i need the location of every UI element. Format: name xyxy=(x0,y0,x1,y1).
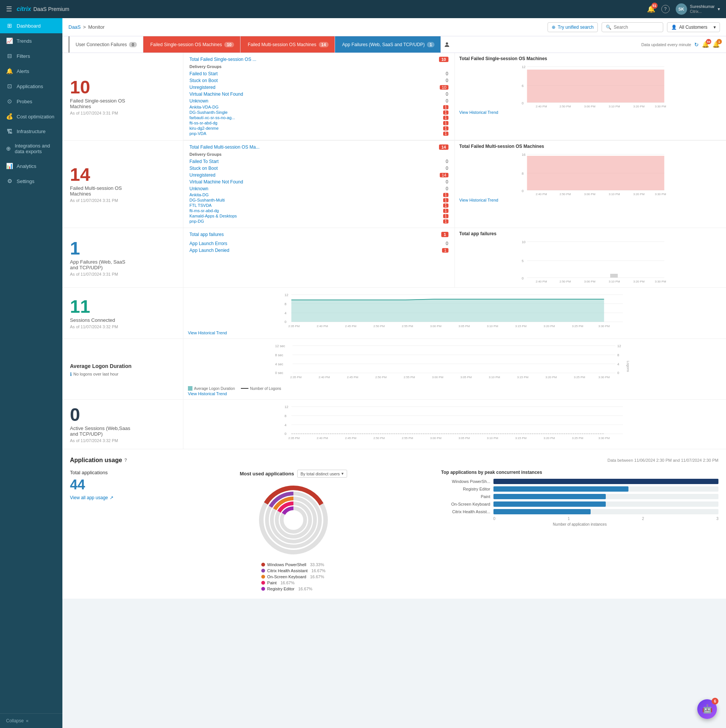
sidebar-item-analytics[interactable]: 📊Analytics xyxy=(0,158,62,174)
tab-multi-session[interactable]: Failed Multi-session OS Machines 14 xyxy=(240,36,335,53)
failed-multi-trend-link[interactable]: View Historical Trend xyxy=(459,198,498,202)
app-usage-title-text: Application usage xyxy=(70,457,122,464)
tab-multi-badge: 14 xyxy=(319,42,329,47)
sidebar-item-probes[interactable]: ⊙Probes xyxy=(0,94,62,109)
sidebar-item-alerts[interactable]: 🔔Alerts xyxy=(0,64,62,79)
failed-single-chart: Total Failed Single-session OS Machines … xyxy=(455,53,726,140)
sidebar-item-trends[interactable]: 📈Trends xyxy=(0,33,62,48)
status-tabs-bar: User Connection Failures 0 Failed Single… xyxy=(62,36,726,53)
svg-text:3:20 PM: 3:20 PM xyxy=(633,105,644,108)
list-item: Citrix Health Assist... xyxy=(441,509,719,514)
legend-item-registry: Registry Editor 16.67% xyxy=(261,587,326,591)
svg-text:3:20 PM: 3:20 PM xyxy=(544,324,555,328)
svg-text:3:10 PM: 3:10 PM xyxy=(487,324,498,328)
floating-widget[interactable]: 6 🤖 xyxy=(697,699,717,719)
view-app-link[interactable]: View all app usage ↗ xyxy=(70,495,146,500)
alert1-button[interactable]: 🔔 54 xyxy=(702,41,709,48)
svg-rect-8 xyxy=(527,70,664,102)
sidebar-item-infra[interactable]: 🏗Infrastructure xyxy=(0,124,62,139)
sidebar-item-filters[interactable]: ⊟Filters xyxy=(0,48,62,64)
svg-text:2:40 PM: 2:40 PM xyxy=(535,280,547,283)
search-box[interactable]: 🔍 xyxy=(602,22,663,32)
app-failures-chart: Total app failures 10 5 0 2:40 PM 2:50 P… xyxy=(455,228,726,287)
tab-app-failures[interactable]: App Failures (Web, SaaS and TCP/UDP) 1 xyxy=(335,36,441,53)
user-menu[interactable]: SK Sureshkumar Citrix... ▾ xyxy=(676,3,720,15)
app-usage-title: Application usage ? xyxy=(70,457,127,464)
svg-text:2:50 PM: 2:50 PM xyxy=(559,280,571,283)
sessions-trend-link[interactable]: View Historical Trend xyxy=(188,331,227,335)
app-usage-info-icon[interactable]: ? xyxy=(124,458,127,463)
sidebar-label-applications: Applications xyxy=(17,84,43,89)
help-icon: ? xyxy=(661,5,670,13)
failed-multi-left: 14 Failed Multi-session OSMachines As of… xyxy=(62,141,183,228)
app-failures-section: 1 App Failures (Web, SaaSand TCP/UDP) As… xyxy=(62,228,726,288)
bar-fill xyxy=(493,479,719,484)
failed-single-trend-link[interactable]: View Historical Trend xyxy=(459,110,498,115)
unified-search-label: Try unified search xyxy=(558,25,594,30)
svg-text:4 sec: 4 sec xyxy=(275,362,284,366)
failed-multi-rows: Failed To Start0Stuck on Boot0Unregister… xyxy=(189,158,448,192)
svg-text:3:00 PM: 3:00 PM xyxy=(432,376,444,379)
top-apps-col: Top applications by peak concurrent inst… xyxy=(441,470,719,591)
tab-multi-label: Failed Multi-session OS Machines xyxy=(248,42,316,47)
unified-search-icon: ⊕ xyxy=(552,25,555,30)
list-item: kiru-dg2-denme1 xyxy=(189,126,448,131)
sort-dropdown[interactable]: By total distinct users ▾ xyxy=(297,470,347,478)
breadcrumb-daas[interactable]: DaaS xyxy=(68,24,81,30)
sidebar-label-analytics: Analytics xyxy=(17,163,36,169)
failed-multi-chart-svg: 16 8 0 2:40 PM 2:50 PM 3:00 PM 3:10 PM xyxy=(459,151,722,196)
failed-single-rows: Failed to Start0Stuck on Boot0Unregister… xyxy=(189,70,448,104)
svg-text:0 sec: 0 sec xyxy=(275,371,284,375)
svg-text:4: 4 xyxy=(285,311,287,315)
help-button[interactable]: ? xyxy=(661,5,670,13)
svg-text:2:45 PM: 2:45 PM xyxy=(345,436,357,440)
table-row: App Launch Denied1 xyxy=(189,247,448,254)
list-item: Ankita-VDA-DG1 xyxy=(189,104,448,110)
svg-text:2:50 PM: 2:50 PM xyxy=(559,192,571,196)
user-name: Sureshkumar xyxy=(690,4,715,9)
widget-button[interactable]: 6 🤖 xyxy=(697,699,717,719)
refresh-button[interactable]: ↻ xyxy=(694,42,699,48)
app-failures-total-link[interactable]: Total app failures xyxy=(189,232,224,237)
sidebar-item-applications[interactable]: ⊡Applications xyxy=(0,79,62,94)
failed-single-total-link[interactable]: Total Failed Single-session OS ... xyxy=(189,57,256,62)
search-input[interactable] xyxy=(614,25,659,30)
svg-text:4: 4 xyxy=(285,423,287,427)
menu-icon[interactable]: ☰ xyxy=(6,5,12,13)
svg-text:3:20 PM: 3:20 PM xyxy=(544,436,555,440)
svg-text:3:30 PM: 3:30 PM xyxy=(655,105,666,108)
tab-user-conn[interactable]: User Connection Failures 0 xyxy=(68,36,143,53)
tab-single-label: Failed Single-session OS Machines xyxy=(150,42,222,47)
legend-avg-duration: Average Logon Duration xyxy=(188,386,235,391)
customer-selector[interactable]: 👤 All Customers ▾ xyxy=(667,22,720,32)
sidebar-icon-trends: 📈 xyxy=(6,37,13,44)
legend-label-registry: Registry Editor xyxy=(267,587,295,591)
failed-single-dg: Ankita-VDA-DG1DG-Sushanth-Single1farbaut… xyxy=(189,104,448,136)
unified-search-button[interactable]: ⊕ Try unified search xyxy=(548,22,598,32)
sidebar-item-cost-opt[interactable]: 💰Cost optimization xyxy=(0,109,62,124)
donut-legend: Windows PowerShell 33.33% Citrix Health … xyxy=(261,562,326,591)
failed-multi-label: Failed Multi-session OSMachines xyxy=(70,185,175,197)
sidebar-item-settings[interactable]: ⚙Settings xyxy=(0,174,62,189)
top-apps-bars: Windows PowerSh... Registry Editor Paint… xyxy=(441,479,719,514)
list-item: Paint xyxy=(441,494,719,499)
tab-single-session[interactable]: Failed Single-session OS Machines 10 xyxy=(143,36,241,53)
alert2-button[interactable]: 🔔 1 xyxy=(712,41,720,48)
sidebar-icon-integrations: ⊕ xyxy=(6,145,11,152)
sidebar-item-dashboard[interactable]: ⊞Dashboard xyxy=(0,18,62,33)
tab-user-conn-label: User Connection Failures xyxy=(76,42,127,47)
notification-badge: 51 xyxy=(652,3,658,9)
svg-text:3:25 PM: 3:25 PM xyxy=(572,436,583,440)
failed-multi-total-link[interactable]: Total Failed Multi-session OS Ma... xyxy=(189,144,259,150)
bar-fill xyxy=(493,494,606,499)
app-failures-chart-title: Total app failures xyxy=(459,231,722,236)
notifications-button[interactable]: 🔔 51 xyxy=(647,5,655,13)
svg-text:0: 0 xyxy=(521,101,523,105)
failed-single-chart-svg: 12 6 0 2:40 PM 2:50 PM xyxy=(459,63,722,108)
avg-logon-trend-link[interactable]: View Historical Trend xyxy=(188,391,227,396)
donut-chart-svg xyxy=(256,482,331,558)
most-used-title: Most used applications xyxy=(240,471,294,477)
sidebar-item-integrations[interactable]: ⊕Integrations and data exports xyxy=(0,139,62,158)
info-icon: ℹ xyxy=(70,371,72,377)
sidebar-collapse-button[interactable]: Collapse « xyxy=(0,713,62,728)
